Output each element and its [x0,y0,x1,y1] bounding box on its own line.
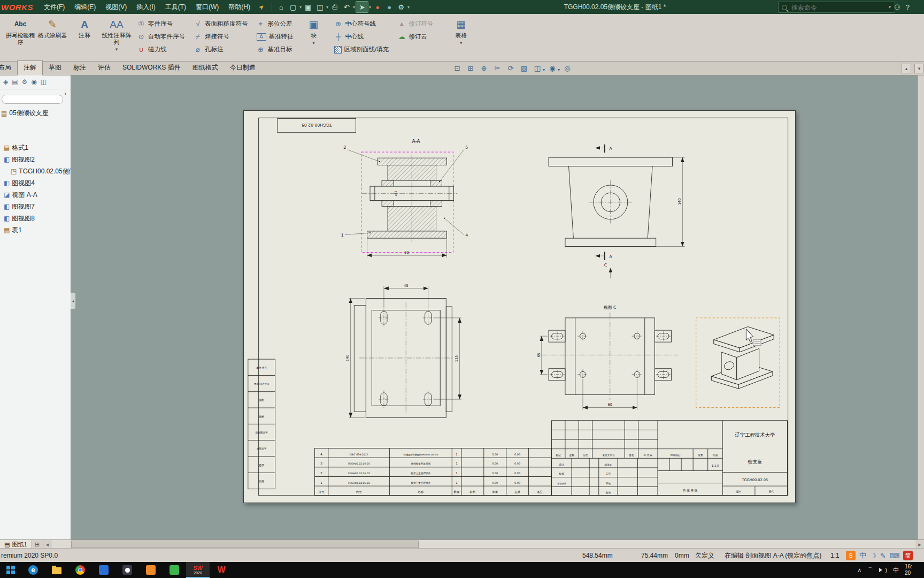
center-mark-button[interactable]: ⊕ 中心符号线 [334,19,389,29]
zoom-fit-icon[interactable]: ⊡ [451,62,464,74]
dimxpert-icon[interactable]: ◉ [31,78,36,86]
ribbon-collapse-up-icon[interactable]: ▴ [902,64,911,73]
revision-cloud-button[interactable]: ☁ 修订云 [397,32,433,42]
tree-item-section-view-a-a[interactable]: ◪ 视图 A-A [0,189,71,201]
tables-caret-icon[interactable]: ▾ [460,40,463,45]
tree-item-view7[interactable]: ◧ 图视图7 [0,201,71,212]
print-icon[interactable]: ⎙ [329,2,341,12]
save-caret-icon[interactable]: ▾ [326,5,328,10]
tray-lang-indicator[interactable]: 中 [893,566,899,574]
weld-symbol-button[interactable]: ⌿ 焊接符号 [194,32,248,42]
tree-filter-input[interactable] [2,95,63,104]
dim-span[interactable]: 45 [404,284,408,288]
area-hatch-button[interactable]: 区域剖面线/填充 [334,44,389,55]
options-caret-icon[interactable]: ▾ [407,5,410,10]
configuration-manager-icon[interactable]: ⚙ [22,78,28,86]
property-manager-icon[interactable]: ▤ [12,78,18,86]
featuremanager-tree-icon[interactable]: ◈ [3,78,8,86]
ime-simplified-icon[interactable]: 简 [903,551,913,560]
menu-view[interactable]: 视图(V) [101,1,131,13]
tree-item-sheet-format[interactable]: ▤ 格式1 [0,142,71,154]
datum-feature-button[interactable]: A 基准特征 [257,32,294,42]
tree-item-view2[interactable]: ◧ 图视图2 [0,154,71,165]
tree-item-table1[interactable]: ▦ 表1 [0,224,71,236]
view-section-a-a[interactable]: A-A 2 5 1 4 50 ⌀12 [341,139,468,258]
view-c[interactable]: 视图 C [537,305,679,410]
taskbar-edge[interactable]: e [21,562,45,578]
balloon-2[interactable]: 2 [343,145,346,150]
tree-item-view4[interactable]: ◧ 图视图4 [0,177,71,189]
taskbar-wps[interactable]: W [210,562,233,578]
user-icon[interactable]: ⚇ [894,3,900,11]
taskbar-clock[interactable]: 16: 20 [905,564,923,576]
taskbar-solidworks[interactable]: SW 2020 [186,562,210,578]
command-search[interactable]: ▾ [778,2,895,13]
spell-checker-button[interactable]: Abc 拼写检验程序 [4,16,36,61]
dim-length[interactable]: 140 [345,355,350,362]
note-button[interactable]: A 注释 [68,16,101,61]
drawing-sheet[interactable]: TGGH00.02.05 A-A [243,110,796,503]
scroll-right-button[interactable]: ▸ [915,540,924,549]
help-icon[interactable]: ? [906,3,910,11]
new-caret-icon[interactable]: ▾ [299,5,302,10]
tree-item-view8[interactable]: ◧ 图视图8 [0,212,71,224]
datum-target-button[interactable]: ⊕ 基准目标 [257,44,294,55]
title-block[interactable]: 标记 处数 分区 更改文件号 签名 年.月.日 设计 校核 主管设计 标准化 工… [552,421,788,496]
taskbar-camera-app[interactable] [116,562,139,578]
zoom-in-out-icon[interactable]: ⊕ [478,62,490,74]
start-button[interactable] [0,562,21,578]
balloon-1[interactable]: 1 [341,233,344,238]
draft-quality-icon[interactable]: ▧ [518,62,530,74]
pin-menu-icon[interactable]: ➤ [257,2,266,11]
menu-edit[interactable]: 编辑(E) [70,1,100,13]
hide-show-icon[interactable]: ◉ [546,62,559,74]
tables-button[interactable]: ▦ 表格 [445,16,477,39]
undo-caret-icon[interactable]: ▾ [353,5,355,10]
menu-help[interactable]: 帮助(H) [224,1,255,13]
taskbar-file-explorer[interactable] [45,562,68,578]
block-button[interactable]: ▣ 块 [298,16,330,39]
dim-span[interactable]: 60 [608,402,612,407]
new-document-icon[interactable]: ▢ [287,2,299,12]
sphere-blue-icon[interactable]: ● [383,2,395,12]
dim-width[interactable]: 115 [455,355,459,362]
display-manager-icon[interactable]: ◫ [41,78,47,86]
menu-file[interactable]: 文件(F) [40,1,69,13]
taskbar-chrome[interactable] [68,562,92,578]
graphics-area[interactable]: TGGH00.02.05 A-A [71,75,918,539]
tab-layout[interactable]: 布局 [0,61,17,75]
block-caret-icon[interactable]: ▾ [312,40,315,45]
tree-root-item[interactable]: ▤ 05侧倾铰支座 [0,107,71,119]
ribbon-pin-icon[interactable]: ▾ [914,64,924,73]
dim-width[interactable]: 50 [404,250,409,255]
tab-mfg-today[interactable]: 今日制造 [224,61,261,75]
balloon-button[interactable]: ① 零件序号 [137,19,185,29]
search-input[interactable] [790,3,885,12]
tab-evaluate[interactable]: 评估 [92,61,117,75]
menu-tools[interactable]: 工具(T) [161,1,190,13]
panel-expand-icon[interactable]: › [61,90,69,97]
view-front[interactable]: 140 A A C [549,144,685,278]
tree-item-part-ref[interactable]: ◳ TGGH00.02.05侧倾铰支 [0,165,71,177]
surface-finish-button[interactable]: √ 表面粗糙度符号 [194,19,248,29]
tab-sketch[interactable]: 草图 [43,61,67,75]
ime-logo-icon[interactable]: S [846,551,856,560]
parts-list-table[interactable]: 序号 代号 名称 数量 材料 单重 总重 备注 4 GB/T 634-2017 … [314,448,551,496]
ime-keyboard-icon[interactable]: ⌨ [890,552,900,560]
taskbar-video-app[interactable] [92,562,116,578]
centerline-button[interactable]: ┼ 中心线 [334,32,389,42]
tray-chevron-icon[interactable]: ∧ [857,567,861,574]
sphere-red-icon[interactable]: ● [372,2,383,12]
hide-show-caret-icon[interactable]: ▾ [558,67,560,72]
dim-bore[interactable]: ⌀12 [394,191,397,196]
volume-icon[interactable]: ) [879,567,887,573]
save-icon[interactable]: ◫ [314,2,326,12]
auto-balloon-button[interactable]: ⊙ 自动零件序号 [137,32,185,42]
display-style-icon[interactable]: ◫ [531,62,544,74]
balloon-5[interactable]: 5 [465,145,468,150]
dim-side[interactable]: 65 [537,353,541,357]
note-flyout-caret-icon[interactable]: ▾ [116,47,118,52]
dim-height[interactable]: 140 [677,198,682,205]
undo-icon[interactable]: ↶ [341,2,352,12]
wifi-icon[interactable]: ⌒ [867,566,873,574]
